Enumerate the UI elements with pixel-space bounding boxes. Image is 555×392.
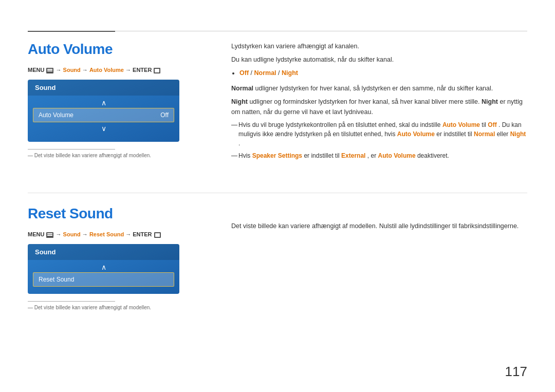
section1-right-text: Lydstyrken kan variere afhængigt af kana…: [231, 41, 527, 160]
s1-line2: Du kan udligne lydstyrke automatisk, når…: [231, 54, 527, 65]
page-number: 117: [505, 364, 527, 380]
s1-para1-rest: udligner lydstyrken for hver kanal, så l…: [255, 85, 493, 92]
tv-ui-item-autovolume[interactable]: Auto Volume Off: [33, 108, 174, 122]
s1-slash1: /: [251, 69, 254, 77]
menu2-resetsound-label: Reset Sound: [89, 231, 124, 237]
tv-ui-item-label-resetsound: Reset Sound: [39, 276, 74, 283]
s1-bullet-list: Off / Normal / Night: [239, 68, 527, 78]
note-content-2: Det viste billede kan variere afhængigt …: [34, 305, 151, 310]
s1-normal-bold: Normal: [231, 85, 253, 92]
menu-arrow2: →: [82, 67, 89, 73]
menu-arrow3: →: [125, 67, 133, 73]
menu-arrow1: →: [56, 67, 63, 73]
note-dash-2: —: [28, 305, 34, 310]
enter2-icon: [154, 232, 161, 238]
menu-autovolume-label: Auto Volume: [89, 67, 124, 73]
s1-dash1-mid4: eller: [497, 130, 510, 138]
s1-para1: Normal udligner lydstyrken for hver kana…: [231, 83, 527, 94]
s1-dash2-mid1: er indstillet til: [304, 152, 341, 159]
tv-ui-box-1: Sound ∧ Auto Volume Off ∨: [28, 80, 179, 142]
s1-dash2-pre: Hvis: [238, 152, 252, 159]
s1-dash1-b5: Night: [510, 130, 526, 138]
menu2-arrow1: →: [56, 231, 63, 237]
section2-menu-path: MENU → Sound → Reset Sound → ENTER: [28, 231, 208, 238]
s1-normal: Normal: [254, 69, 276, 77]
s1-dash1-mid1: til: [482, 121, 488, 128]
enter-icon: [154, 68, 160, 73]
menu-prefix: MENU: [28, 67, 46, 73]
s1-dash2-b1: Speaker Settings: [252, 152, 302, 159]
s1-para2-mid: udligner og formindsker lydstyrken for h…: [249, 98, 482, 105]
menu-icon: [46, 68, 53, 73]
s1-line1: Lydstyrken kan variere afhængigt af kana…: [231, 41, 527, 51]
section-divider: [28, 193, 527, 193]
note-line-1: [28, 149, 115, 150]
s1-night: Night: [282, 69, 298, 77]
s1-slash2: /: [278, 69, 282, 77]
menu2-enter-label: ENTER: [133, 231, 153, 237]
menu-enter-label: ENTER: [133, 67, 153, 73]
tv-ui-header-2: Sound: [28, 244, 179, 260]
s1-dash1-b3: Auto Volume: [397, 130, 435, 138]
s1-night-bold1: Night: [231, 98, 248, 105]
section1-heading: Auto Volume: [28, 41, 208, 58]
menu2-arrow2: →: [82, 231, 89, 237]
menu2-sound-label: Sound: [63, 231, 81, 237]
note-line-2: [28, 301, 115, 302]
section2-heading: Reset Sound: [28, 206, 208, 222]
s1-dash1-mid3: er indstillet til: [436, 130, 474, 138]
s1-dash1-end: .: [238, 140, 240, 147]
page: Auto Volume MENU → Sound → Auto Volume →…: [0, 0, 555, 392]
s2-line1: Det viste billede kan variere afhængigt …: [231, 221, 527, 231]
menu2-icon: [46, 232, 53, 238]
section1-right: Lydstyrken kan variere afhængigt af kana…: [231, 41, 527, 163]
top-divider-accent: [28, 31, 115, 32]
s1-dash1-b1: Auto Volume: [442, 121, 480, 128]
s1-bullet-item: Off / Normal / Night: [239, 68, 527, 78]
section1-left: Auto Volume MENU → Sound → Auto Volume →…: [28, 41, 208, 158]
tv-ui-chevron-up-2: ∧: [28, 260, 179, 272]
s1-dash2-mid2: , er: [367, 152, 378, 159]
menu-sound-label: Sound: [63, 67, 81, 73]
tv-ui-box-2: Sound ∧ Reset Sound: [28, 244, 179, 294]
s1-dash1: Hvis du vil bruge lydstyrkekontrollen på…: [231, 120, 527, 148]
section2-left: Reset Sound MENU → Sound → Reset Sound →…: [28, 206, 208, 310]
tv-ui-item-value-autovolume: Off: [160, 111, 169, 119]
note-content-1: Det viste billede kan variere afhængigt …: [34, 153, 151, 158]
s1-dash1-pre: Hvis du vil bruge lydstyrkekontrollen på…: [238, 121, 442, 128]
s1-para2: Night udligner og formindsker lydstyrken…: [231, 97, 527, 117]
s1-off: Off: [239, 69, 249, 77]
tv-ui-item-label-autovolume: Auto Volume: [39, 111, 73, 119]
tv-ui-chevron-up-1: ∧: [28, 96, 179, 108]
s1-night-bold2: Night: [482, 98, 498, 105]
note-dash-1: —: [28, 153, 34, 158]
section2-right: Det viste billede kan variere afhængigt …: [231, 221, 527, 234]
s1-dash1-b4: Normal: [474, 130, 495, 138]
menu2-arrow3: →: [125, 231, 133, 237]
note-text-1: — Det viste billede kan variere afhængig…: [28, 153, 208, 158]
section2-right-text: Det viste billede kan variere afhængigt …: [231, 221, 527, 231]
s1-dash2: Hvis Speaker Settings er indstillet til …: [231, 151, 527, 160]
s1-dash1-b2: Off: [488, 121, 496, 128]
menu2-prefix: MENU: [28, 231, 46, 237]
tv-ui-chevron-down-1: ∨: [28, 122, 179, 135]
section1-menu-path: MENU → Sound → Auto Volume → ENTER: [28, 67, 208, 73]
s1-dash2-end: deaktiveret.: [417, 152, 449, 159]
tv-ui-header-1: Sound: [28, 80, 179, 96]
s1-dash2-b2: External: [341, 152, 365, 159]
note-text-2: — Det viste billede kan variere afhængig…: [28, 305, 208, 310]
tv-ui-item-resetsound[interactable]: Reset Sound: [33, 272, 174, 287]
s1-dash2-b3: Auto Volume: [378, 152, 415, 159]
